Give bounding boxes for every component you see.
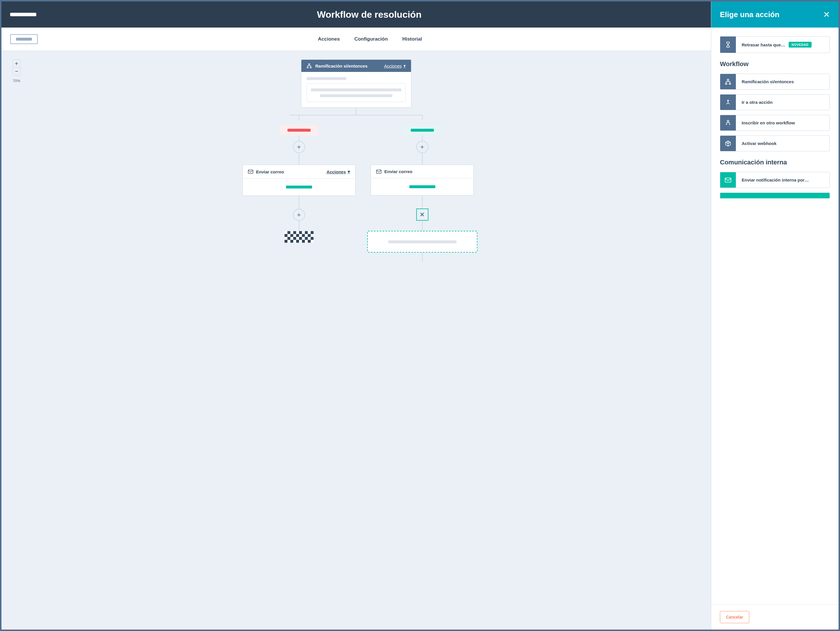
svg-rect-9 [725,178,731,182]
skeleton-line [306,77,346,80]
svg-rect-6 [725,83,727,84]
header-sub: Acciones Configuración Historial [2,28,711,51]
connector [299,221,299,231]
status-indicator [16,38,32,41]
connector [299,115,299,120]
hourglass-icon [720,36,736,53]
cancel-button[interactable]: Cancelar [720,611,749,623]
branch-node-actions[interactable]: Acciones ▾ [384,63,406,68]
skeleton-line [311,88,401,91]
connector [422,221,423,231]
tab-history[interactable]: Historial [402,28,422,50]
branch-actions-label: Acciones [384,63,402,68]
action-sidebar: Elige una acción ✕ Retrasar hasta que… N… [711,2,838,629]
tab-actions[interactable]: Acciones [318,28,340,50]
connector [422,252,423,261]
branch-label-bar [287,129,311,132]
zoom-controls: + − 70% [13,60,21,83]
dropzone-placeholder [388,240,456,243]
dropzone[interactable] [367,231,477,252]
action-delay[interactable]: Retrasar hasta que… NOVEDAD [720,36,830,53]
status-pill[interactable] [10,34,38,44]
branch-right: + Enviar correo ✕ [360,115,484,261]
sidebar-body: Retrasar hasta que… NOVEDAD Workflow Ram… [711,28,838,604]
branch-icon [306,63,312,68]
envelope-icon [248,170,253,174]
chevron-down-icon: ▾ [403,63,406,68]
new-badge: NOVEDAD [789,42,812,47]
branch-node-title: Ramificación si/entonces [315,63,381,68]
svg-rect-7 [729,83,731,84]
workflow-canvas: + − 70% Ramificación si/entonces Accione… [2,51,711,629]
header-top: Workflow de resolución [2,2,711,28]
action-goto[interactable]: Ir a otra acción [720,94,830,110]
add-action-button[interactable]: + [293,209,305,221]
skeleton-box [306,84,406,102]
add-action-button[interactable]: + [293,141,305,153]
email-node-header: Enviar correo [371,165,474,178]
action-label: Enviar notificación interna por… [736,172,830,188]
branch-node[interactable]: Ramificación si/entonces Acciones ▾ [301,60,411,107]
email-node-left[interactable]: Enviar correo Acciones ▾ [243,165,355,196]
enroll-icon [720,115,736,131]
branch-node-header: Ramificación si/entonces Acciones ▾ [302,60,411,72]
branch-label-bar [411,129,434,132]
envelope-icon [376,170,381,174]
svg-rect-8 [727,120,729,121]
connector [299,196,299,209]
action-webhook[interactable]: Activar webhook [720,136,830,151]
email-node-right[interactable]: Enviar correo [371,165,474,196]
connector [299,135,299,141]
action-label: Activar webhook [736,136,830,151]
email-node-body [371,178,474,195]
action-label: Ir a otra acción [736,95,830,110]
svg-rect-5 [727,79,729,80]
skeleton-line [320,94,392,97]
svg-rect-3 [248,170,253,174]
connector [422,196,423,208]
connector [289,115,423,115]
finish-flag-icon [284,231,314,243]
connector [422,115,423,120]
branch-left: + Enviar correo Acciones ▾ [237,115,360,261]
email-node-header: Enviar correo Acciones ▾ [243,165,355,178]
branch-icon [720,74,736,89]
sidebar-header: Elige una acción ✕ [711,2,838,28]
svg-rect-0 [309,64,310,65]
chevron-down-icon: ▾ [348,169,350,174]
svg-rect-1 [307,67,309,68]
branch-label-yes[interactable] [403,125,441,135]
connector [422,153,423,165]
action-enroll[interactable]: Inscribir en otro workflow [720,115,830,131]
merge-icon [720,95,736,110]
action-label: Inscribir en otro workflow [736,115,830,131]
zoom-out-button[interactable]: − [13,68,21,76]
branch-label-no[interactable] [280,125,318,135]
email-node-body [243,178,355,196]
tab-config[interactable]: Configuración [354,28,388,50]
email-node-actions[interactable]: Acciones ▾ [327,169,350,174]
action-branch[interactable]: Ramificación si/entonces [720,74,830,90]
sidebar-footer: Cancelar [711,604,838,629]
branch-node-body [302,72,411,107]
logo-placeholder [10,13,36,16]
email-node-title: Enviar correo [256,169,324,174]
cube-icon [720,136,736,151]
add-action-button[interactable]: + [416,141,428,153]
svg-rect-4 [376,170,381,174]
action-label: Ramificación si/entonces [736,74,830,89]
email-node-title: Enviar correo [384,169,468,174]
action-truncated[interactable] [720,192,830,198]
remove-action-button[interactable]: ✕ [416,208,428,221]
zoom-level: 70% [13,79,20,83]
action-label: Retrasar hasta que… NOVEDAD [736,36,830,53]
action-notify[interactable]: Enviar notificación interna por… [720,172,830,188]
section-workflow: Workflow [720,60,830,68]
connector [422,135,423,141]
connector [356,107,357,115]
tabs: Acciones Configuración Historial [38,28,702,50]
close-icon[interactable]: ✕ [823,10,830,19]
zoom-in-button[interactable]: + [13,60,21,68]
section-comm: Comunicación interna [720,159,830,166]
branches-container: + Enviar correo Acciones ▾ [266,115,446,261]
